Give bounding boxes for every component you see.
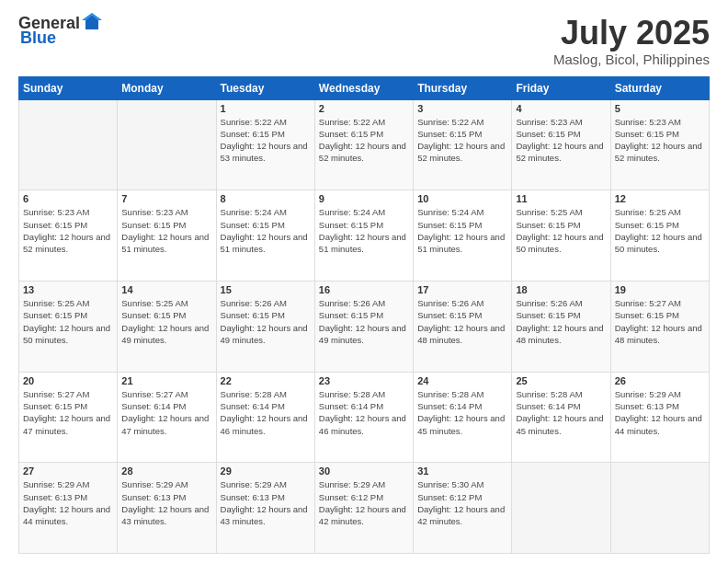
table-row	[19, 99, 118, 190]
day-number: 12	[615, 193, 705, 204]
day-info: Sunrise: 5:28 AMSunset: 6:14 PMDaylight:…	[516, 388, 606, 437]
table-row: 19Sunrise: 5:27 AMSunset: 6:15 PMDayligh…	[610, 281, 709, 372]
header-friday: Friday	[512, 76, 610, 99]
day-number: 9	[319, 193, 409, 204]
header-thursday: Thursday	[414, 76, 512, 99]
day-info: Sunrise: 5:27 AMSunset: 6:15 PMDaylight:…	[23, 388, 113, 437]
day-info: Sunrise: 5:29 AMSunset: 6:12 PMDaylight:…	[319, 478, 409, 527]
table-row: 23Sunrise: 5:28 AMSunset: 6:14 PMDayligh…	[314, 372, 413, 463]
day-number: 2	[319, 103, 409, 114]
day-number: 21	[121, 375, 211, 386]
header: General Blue July 2025 Maslog, Bicol, Ph…	[18, 15, 710, 67]
table-row: 10Sunrise: 5:24 AMSunset: 6:15 PMDayligh…	[414, 190, 512, 282]
table-row	[512, 463, 610, 554]
day-info: Sunrise: 5:24 AMSunset: 6:15 PMDaylight:…	[221, 206, 311, 255]
table-row: 1Sunrise: 5:22 AMSunset: 6:15 PMDaylight…	[216, 99, 314, 190]
table-row: 24Sunrise: 5:28 AMSunset: 6:14 PMDayligh…	[414, 372, 512, 463]
day-number: 19	[615, 284, 705, 295]
table-row: 29Sunrise: 5:29 AMSunset: 6:13 PMDayligh…	[216, 463, 314, 554]
day-info: Sunrise: 5:27 AMSunset: 6:15 PMDaylight:…	[615, 297, 705, 346]
table-row: 22Sunrise: 5:28 AMSunset: 6:14 PMDayligh…	[216, 372, 314, 463]
day-info: Sunrise: 5:24 AMSunset: 6:15 PMDaylight:…	[319, 206, 409, 255]
day-number: 8	[221, 193, 311, 204]
day-number: 6	[23, 193, 113, 204]
table-row: 5Sunrise: 5:23 AMSunset: 6:15 PMDaylight…	[610, 99, 709, 190]
week-row-0: 1Sunrise: 5:22 AMSunset: 6:15 PMDaylight…	[19, 99, 710, 190]
day-number: 15	[221, 284, 311, 295]
day-number: 30	[319, 465, 409, 477]
day-info: Sunrise: 5:23 AMSunset: 6:15 PMDaylight:…	[23, 206, 113, 255]
day-number: 7	[121, 193, 211, 204]
header-monday: Monday	[118, 76, 216, 99]
table-row: 2Sunrise: 5:22 AMSunset: 6:15 PMDaylight…	[314, 99, 413, 190]
table-row: 14Sunrise: 5:25 AMSunset: 6:15 PMDayligh…	[118, 281, 216, 372]
day-info: Sunrise: 5:29 AMSunset: 6:13 PMDaylight:…	[23, 478, 113, 527]
table-row: 15Sunrise: 5:26 AMSunset: 6:15 PMDayligh…	[216, 281, 314, 372]
day-number: 3	[417, 103, 507, 114]
day-info: Sunrise: 5:28 AMSunset: 6:14 PMDaylight:…	[319, 388, 409, 437]
day-number: 22	[221, 375, 311, 386]
day-number: 16	[319, 284, 409, 295]
table-row: 21Sunrise: 5:27 AMSunset: 6:14 PMDayligh…	[118, 372, 216, 463]
day-info: Sunrise: 5:28 AMSunset: 6:14 PMDaylight:…	[221, 388, 311, 437]
day-number: 28	[121, 465, 211, 477]
header-tuesday: Tuesday	[216, 76, 314, 99]
week-row-1: 6Sunrise: 5:23 AMSunset: 6:15 PMDaylight…	[19, 190, 710, 282]
day-info: Sunrise: 5:22 AMSunset: 6:15 PMDaylight:…	[221, 116, 311, 165]
day-info: Sunrise: 5:26 AMSunset: 6:15 PMDaylight:…	[417, 297, 507, 346]
week-row-3: 20Sunrise: 5:27 AMSunset: 6:15 PMDayligh…	[19, 372, 710, 463]
day-info: Sunrise: 5:25 AMSunset: 6:15 PMDaylight:…	[516, 206, 606, 255]
day-info: Sunrise: 5:28 AMSunset: 6:14 PMDaylight:…	[417, 388, 507, 437]
table-row: 4Sunrise: 5:23 AMSunset: 6:15 PMDaylight…	[512, 99, 610, 190]
day-number: 17	[417, 284, 507, 295]
day-number: 24	[417, 375, 507, 386]
table-row: 12Sunrise: 5:25 AMSunset: 6:15 PMDayligh…	[610, 190, 709, 282]
table-row: 13Sunrise: 5:25 AMSunset: 6:15 PMDayligh…	[19, 281, 118, 372]
day-info: Sunrise: 5:23 AMSunset: 6:15 PMDaylight:…	[516, 116, 606, 165]
day-info: Sunrise: 5:25 AMSunset: 6:15 PMDaylight:…	[121, 297, 211, 346]
day-number: 23	[319, 375, 409, 386]
month-title: July 2025	[553, 15, 710, 52]
week-row-2: 13Sunrise: 5:25 AMSunset: 6:15 PMDayligh…	[19, 281, 710, 372]
day-number: 31	[417, 465, 507, 477]
week-row-4: 27Sunrise: 5:29 AMSunset: 6:13 PMDayligh…	[19, 463, 710, 554]
table-row: 30Sunrise: 5:29 AMSunset: 6:12 PMDayligh…	[314, 463, 413, 554]
day-number: 25	[516, 375, 606, 386]
table-row: 9Sunrise: 5:24 AMSunset: 6:15 PMDaylight…	[314, 190, 413, 282]
table-row: 11Sunrise: 5:25 AMSunset: 6:15 PMDayligh…	[512, 190, 610, 282]
day-info: Sunrise: 5:22 AMSunset: 6:15 PMDaylight:…	[417, 116, 507, 165]
logo-icon	[82, 13, 102, 33]
day-number: 5	[615, 103, 705, 114]
table-row: 31Sunrise: 5:30 AMSunset: 6:12 PMDayligh…	[414, 463, 512, 554]
day-number: 20	[23, 375, 113, 386]
page: General Blue July 2025 Maslog, Bicol, Ph…	[0, 0, 728, 563]
day-info: Sunrise: 5:30 AMSunset: 6:12 PMDaylight:…	[417, 478, 507, 527]
day-info: Sunrise: 5:29 AMSunset: 6:13 PMDaylight:…	[221, 478, 311, 527]
day-number: 13	[23, 284, 113, 295]
table-row: 25Sunrise: 5:28 AMSunset: 6:14 PMDayligh…	[512, 372, 610, 463]
day-number: 29	[221, 465, 311, 477]
day-info: Sunrise: 5:22 AMSunset: 6:15 PMDaylight:…	[319, 116, 409, 165]
table-row: 17Sunrise: 5:26 AMSunset: 6:15 PMDayligh…	[414, 281, 512, 372]
day-info: Sunrise: 5:29 AMSunset: 6:13 PMDaylight:…	[121, 478, 211, 527]
calendar-table: Sunday Monday Tuesday Wednesday Thursday…	[18, 76, 710, 554]
logo-blue-text: Blue	[20, 29, 56, 48]
day-info: Sunrise: 5:25 AMSunset: 6:15 PMDaylight:…	[23, 297, 113, 346]
calendar-header-row: Sunday Monday Tuesday Wednesday Thursday…	[19, 76, 710, 99]
table-row: 27Sunrise: 5:29 AMSunset: 6:13 PMDayligh…	[19, 463, 118, 554]
day-info: Sunrise: 5:26 AMSunset: 6:15 PMDaylight:…	[319, 297, 409, 346]
day-number: 26	[615, 375, 705, 386]
day-number: 10	[417, 193, 507, 204]
day-info: Sunrise: 5:23 AMSunset: 6:15 PMDaylight:…	[121, 206, 211, 255]
day-number: 14	[121, 284, 211, 295]
table-row: 8Sunrise: 5:24 AMSunset: 6:15 PMDaylight…	[216, 190, 314, 282]
table-row: 20Sunrise: 5:27 AMSunset: 6:15 PMDayligh…	[19, 372, 118, 463]
table-row: 26Sunrise: 5:29 AMSunset: 6:13 PMDayligh…	[610, 372, 709, 463]
header-sunday: Sunday	[19, 76, 118, 99]
day-number: 18	[516, 284, 606, 295]
title-block: July 2025 Maslog, Bicol, Philippines	[553, 15, 710, 67]
table-row	[118, 99, 216, 190]
table-row: 7Sunrise: 5:23 AMSunset: 6:15 PMDaylight…	[118, 190, 216, 282]
header-wednesday: Wednesday	[314, 76, 413, 99]
table-row: 28Sunrise: 5:29 AMSunset: 6:13 PMDayligh…	[118, 463, 216, 554]
